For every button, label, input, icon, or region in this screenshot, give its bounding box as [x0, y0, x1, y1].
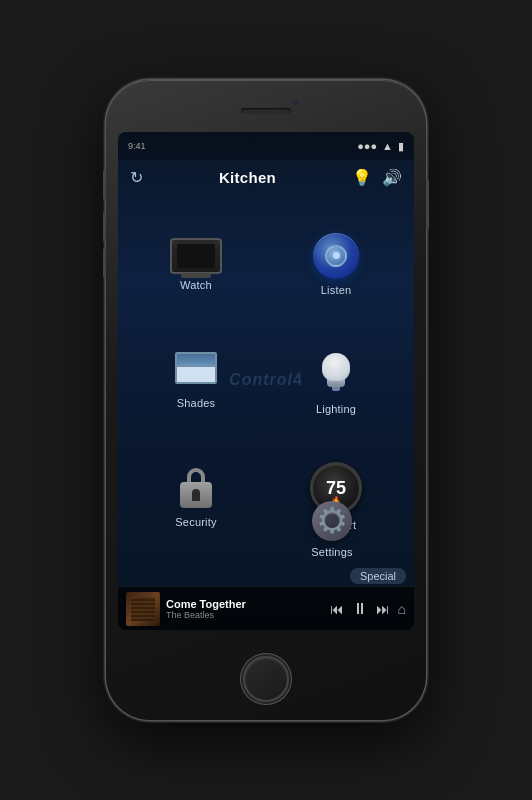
refresh-icon[interactable]: ↻: [130, 168, 143, 187]
listen-label: Listen: [321, 284, 352, 296]
main-content: Control4 Watch: [118, 194, 414, 566]
header-title: Kitchen: [219, 169, 276, 186]
shades-label: Shades: [177, 397, 216, 409]
camera: [293, 100, 300, 107]
gear-icon: [312, 501, 352, 541]
prev-button[interactable]: ⏮: [330, 602, 344, 616]
wifi-icon: ▲: [382, 140, 393, 152]
now-playing-bar: Come Together The Beatles ⏮ ⏸ ⏭ ⌂: [118, 586, 414, 630]
settings-button[interactable]: Settings: [258, 501, 406, 566]
track-info: Come Together The Beatles: [166, 598, 324, 620]
pause-button[interactable]: ⏸: [352, 601, 368, 617]
music-icon: [313, 233, 359, 279]
player-controls: ⏮ ⏸ ⏭ ⌂: [330, 601, 406, 617]
track-title: Come Together: [166, 598, 324, 610]
settings-label: Settings: [311, 546, 352, 558]
shades-button[interactable]: Shades: [126, 322, 266, 438]
status-indicators: ●●● ▲ ▮: [357, 140, 404, 153]
security-button[interactable]: Security: [126, 438, 266, 554]
special-tab-area: Special: [118, 566, 414, 586]
shades-icon: [173, 352, 219, 392]
tv-icon: [170, 238, 222, 274]
album-art: [126, 592, 160, 626]
volume-icon[interactable]: 🔊: [382, 168, 402, 187]
home-nav-button[interactable]: ⌂: [398, 602, 406, 616]
speaker: [241, 108, 291, 114]
lighting-label: Lighting: [316, 403, 356, 415]
lighting-icon: [318, 346, 354, 398]
special-button[interactable]: Special: [350, 568, 406, 584]
watch-button[interactable]: Watch: [126, 206, 266, 322]
lighting-button[interactable]: Lighting: [266, 322, 406, 438]
comfort-temp: 75: [326, 479, 346, 497]
battery-icon: ▮: [398, 140, 404, 153]
lightbulb-icon[interactable]: 💡: [352, 168, 372, 187]
phone-device: 9:41 ●●● ▲ ▮ ↻ Kitchen 💡 🔊 Control4: [106, 80, 426, 720]
listen-button[interactable]: Listen: [266, 206, 406, 322]
track-artist: The Beatles: [166, 610, 324, 620]
header-actions: 💡 🔊: [352, 168, 402, 187]
status-time: 9:41: [128, 141, 146, 151]
phone-screen: 9:41 ●●● ▲ ▮ ↻ Kitchen 💡 🔊 Control4: [118, 132, 414, 630]
signal-icon: ●●●: [357, 140, 377, 152]
app-header: ↻ Kitchen 💡 🔊: [118, 160, 414, 194]
status-bar: 9:41 ●●● ▲ ▮: [118, 132, 414, 160]
watch-label: Watch: [180, 279, 212, 291]
security-label: Security: [175, 516, 216, 528]
home-button[interactable]: [243, 656, 289, 702]
next-button[interactable]: ⏭: [376, 602, 390, 616]
lock-icon: [173, 465, 219, 511]
